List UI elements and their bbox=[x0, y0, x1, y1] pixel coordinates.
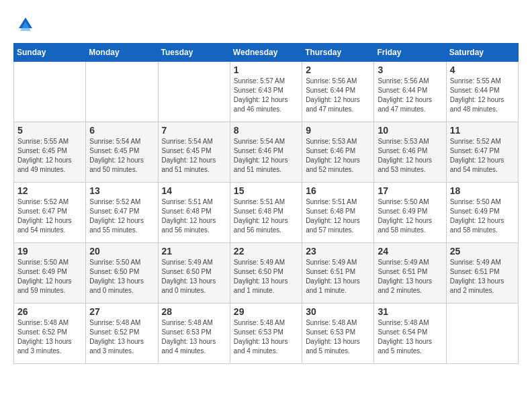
day-number: 20 bbox=[89, 246, 154, 257]
calendar-cell: 11Sunrise: 5:52 AM Sunset: 6:47 PM Dayli… bbox=[446, 122, 518, 183]
day-number: 5 bbox=[17, 125, 82, 136]
day-info: Sunrise: 5:56 AM Sunset: 6:44 PM Dayligh… bbox=[306, 77, 370, 114]
day-info: Sunrise: 5:56 AM Sunset: 6:44 PM Dayligh… bbox=[378, 77, 442, 114]
calendar-cell: 4Sunrise: 5:55 AM Sunset: 6:44 PM Daylig… bbox=[446, 62, 518, 122]
day-info: Sunrise: 5:50 AM Sunset: 6:49 PM Dayligh… bbox=[17, 258, 82, 295]
day-info: Sunrise: 5:50 AM Sunset: 6:50 PM Dayligh… bbox=[89, 258, 154, 295]
calendar-day-header: Tuesday bbox=[158, 44, 230, 62]
day-number: 12 bbox=[17, 185, 82, 196]
day-info: Sunrise: 5:53 AM Sunset: 6:46 PM Dayligh… bbox=[306, 137, 370, 175]
day-number: 9 bbox=[306, 125, 370, 136]
day-info: Sunrise: 5:54 AM Sunset: 6:45 PM Dayligh… bbox=[89, 137, 154, 175]
calendar-cell: 1Sunrise: 5:57 AM Sunset: 6:43 PM Daylig… bbox=[230, 62, 302, 122]
day-number: 16 bbox=[306, 185, 370, 196]
day-info: Sunrise: 5:53 AM Sunset: 6:46 PM Dayligh… bbox=[378, 137, 442, 175]
calendar-cell: 16Sunrise: 5:51 AM Sunset: 6:48 PM Dayli… bbox=[302, 183, 374, 243]
day-number: 23 bbox=[306, 246, 370, 257]
day-number: 1 bbox=[234, 64, 298, 75]
day-number: 13 bbox=[89, 185, 154, 196]
day-number: 17 bbox=[378, 185, 442, 196]
calendar-cell: 17Sunrise: 5:50 AM Sunset: 6:49 PM Dayli… bbox=[374, 183, 446, 243]
day-number: 6 bbox=[89, 125, 154, 136]
calendar-cell: 27Sunrise: 5:48 AM Sunset: 6:52 PM Dayli… bbox=[86, 304, 158, 364]
day-number: 15 bbox=[234, 185, 298, 196]
day-info: Sunrise: 5:48 AM Sunset: 6:53 PM Dayligh… bbox=[162, 318, 226, 356]
calendar-cell: 2Sunrise: 5:56 AM Sunset: 6:44 PM Daylig… bbox=[302, 62, 374, 122]
calendar-cell: 13Sunrise: 5:52 AM Sunset: 6:47 PM Dayli… bbox=[86, 183, 158, 243]
day-number: 18 bbox=[450, 185, 515, 196]
calendar-cell: 19Sunrise: 5:50 AM Sunset: 6:49 PM Dayli… bbox=[14, 243, 86, 304]
calendar-cell bbox=[446, 304, 518, 364]
day-number: 30 bbox=[306, 306, 370, 317]
calendar-cell: 22Sunrise: 5:49 AM Sunset: 6:50 PM Dayli… bbox=[230, 243, 302, 304]
day-number: 28 bbox=[162, 306, 226, 317]
day-info: Sunrise: 5:55 AM Sunset: 6:45 PM Dayligh… bbox=[17, 137, 82, 175]
day-info: Sunrise: 5:49 AM Sunset: 6:50 PM Dayligh… bbox=[234, 258, 298, 295]
day-info: Sunrise: 5:48 AM Sunset: 6:53 PM Dayligh… bbox=[234, 318, 298, 356]
day-number: 3 bbox=[378, 64, 442, 75]
calendar-cell: 3Sunrise: 5:56 AM Sunset: 6:44 PM Daylig… bbox=[374, 62, 446, 122]
calendar-day-header: Saturday bbox=[446, 44, 518, 62]
calendar-week-row: 1Sunrise: 5:57 AM Sunset: 6:43 PM Daylig… bbox=[14, 62, 519, 122]
calendar-cell: 8Sunrise: 5:54 AM Sunset: 6:46 PM Daylig… bbox=[230, 122, 302, 183]
day-info: Sunrise: 5:51 AM Sunset: 6:48 PM Dayligh… bbox=[306, 197, 370, 235]
calendar-cell: 12Sunrise: 5:52 AM Sunset: 6:47 PM Dayli… bbox=[14, 183, 86, 243]
day-number: 7 bbox=[162, 125, 226, 136]
day-info: Sunrise: 5:48 AM Sunset: 6:52 PM Dayligh… bbox=[89, 318, 154, 356]
calendar-cell: 30Sunrise: 5:48 AM Sunset: 6:53 PM Dayli… bbox=[302, 304, 374, 364]
calendar-cell: 18Sunrise: 5:50 AM Sunset: 6:49 PM Dayli… bbox=[446, 183, 518, 243]
calendar-table: SundayMondayTuesdayWednesdayThursdayFrid… bbox=[13, 43, 519, 364]
day-info: Sunrise: 5:52 AM Sunset: 6:47 PM Dayligh… bbox=[17, 197, 82, 235]
day-info: Sunrise: 5:49 AM Sunset: 6:50 PM Dayligh… bbox=[162, 258, 226, 295]
day-number: 19 bbox=[17, 246, 82, 257]
page-header bbox=[13, 13, 519, 36]
day-info: Sunrise: 5:52 AM Sunset: 6:47 PM Dayligh… bbox=[450, 137, 515, 175]
day-info: Sunrise: 5:57 AM Sunset: 6:43 PM Dayligh… bbox=[234, 77, 298, 114]
day-info: Sunrise: 5:51 AM Sunset: 6:48 PM Dayligh… bbox=[162, 197, 226, 235]
day-info: Sunrise: 5:48 AM Sunset: 6:53 PM Dayligh… bbox=[306, 318, 370, 356]
calendar-cell: 5Sunrise: 5:55 AM Sunset: 6:45 PM Daylig… bbox=[14, 122, 86, 183]
calendar-cell bbox=[14, 62, 86, 122]
day-number: 24 bbox=[378, 246, 442, 257]
calendar-week-row: 12Sunrise: 5:52 AM Sunset: 6:47 PM Dayli… bbox=[14, 183, 519, 243]
calendar-week-row: 26Sunrise: 5:48 AM Sunset: 6:52 PM Dayli… bbox=[14, 304, 519, 364]
day-number: 25 bbox=[450, 246, 515, 257]
calendar-cell: 21Sunrise: 5:49 AM Sunset: 6:50 PM Dayli… bbox=[158, 243, 230, 304]
day-number: 2 bbox=[306, 64, 370, 75]
calendar-day-header: Thursday bbox=[302, 44, 374, 62]
day-info: Sunrise: 5:49 AM Sunset: 6:51 PM Dayligh… bbox=[378, 258, 442, 295]
day-number: 21 bbox=[162, 246, 226, 257]
calendar-cell: 20Sunrise: 5:50 AM Sunset: 6:50 PM Dayli… bbox=[86, 243, 158, 304]
calendar-cell bbox=[158, 62, 230, 122]
logo-icon bbox=[16, 15, 35, 36]
day-info: Sunrise: 5:54 AM Sunset: 6:45 PM Dayligh… bbox=[162, 137, 226, 175]
logo bbox=[13, 13, 35, 36]
calendar-day-header: Wednesday bbox=[230, 44, 302, 62]
calendar-cell: 31Sunrise: 5:48 AM Sunset: 6:54 PM Dayli… bbox=[374, 304, 446, 364]
calendar-cell: 15Sunrise: 5:51 AM Sunset: 6:48 PM Dayli… bbox=[230, 183, 302, 243]
calendar-week-row: 5Sunrise: 5:55 AM Sunset: 6:45 PM Daylig… bbox=[14, 122, 519, 183]
day-info: Sunrise: 5:49 AM Sunset: 6:51 PM Dayligh… bbox=[450, 258, 515, 295]
calendar-cell: 28Sunrise: 5:48 AM Sunset: 6:53 PM Dayli… bbox=[158, 304, 230, 364]
calendar-cell: 25Sunrise: 5:49 AM Sunset: 6:51 PM Dayli… bbox=[446, 243, 518, 304]
day-info: Sunrise: 5:50 AM Sunset: 6:49 PM Dayligh… bbox=[378, 197, 442, 235]
calendar-week-row: 19Sunrise: 5:50 AM Sunset: 6:49 PM Dayli… bbox=[14, 243, 519, 304]
calendar-cell: 26Sunrise: 5:48 AM Sunset: 6:52 PM Dayli… bbox=[14, 304, 86, 364]
day-info: Sunrise: 5:51 AM Sunset: 6:48 PM Dayligh… bbox=[234, 197, 298, 235]
day-info: Sunrise: 5:55 AM Sunset: 6:44 PM Dayligh… bbox=[450, 77, 515, 114]
day-number: 27 bbox=[89, 306, 154, 317]
day-info: Sunrise: 5:50 AM Sunset: 6:49 PM Dayligh… bbox=[450, 197, 515, 235]
day-number: 10 bbox=[378, 125, 442, 136]
calendar-cell: 14Sunrise: 5:51 AM Sunset: 6:48 PM Dayli… bbox=[158, 183, 230, 243]
day-info: Sunrise: 5:54 AM Sunset: 6:46 PM Dayligh… bbox=[234, 137, 298, 175]
day-number: 11 bbox=[450, 125, 515, 136]
day-number: 31 bbox=[378, 306, 442, 317]
calendar-day-header: Monday bbox=[86, 44, 158, 62]
day-number: 26 bbox=[17, 306, 82, 317]
day-number: 8 bbox=[234, 125, 298, 136]
day-number: 29 bbox=[234, 306, 298, 317]
day-number: 4 bbox=[450, 64, 515, 75]
day-info: Sunrise: 5:49 AM Sunset: 6:51 PM Dayligh… bbox=[306, 258, 370, 295]
calendar-cell: 23Sunrise: 5:49 AM Sunset: 6:51 PM Dayli… bbox=[302, 243, 374, 304]
calendar-cell: 29Sunrise: 5:48 AM Sunset: 6:53 PM Dayli… bbox=[230, 304, 302, 364]
